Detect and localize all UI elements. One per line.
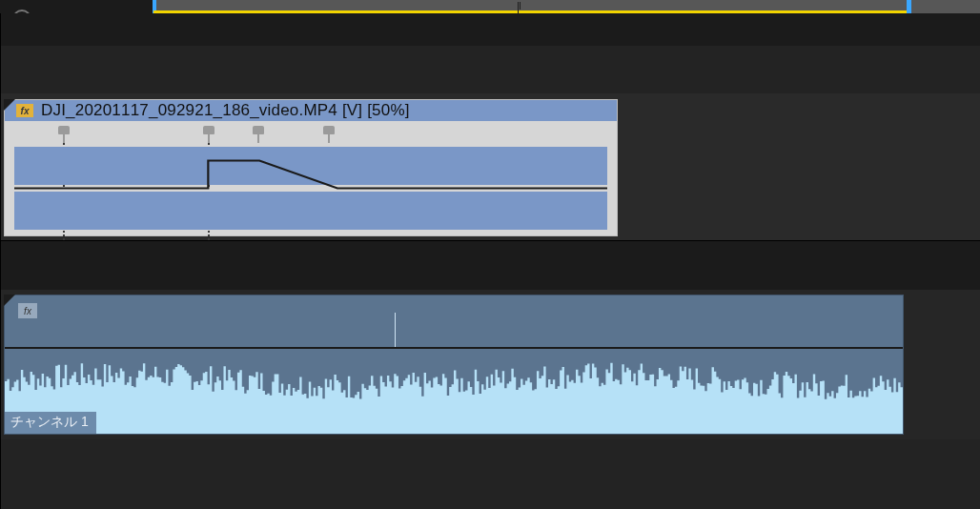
video-lane-v1[interactable]: fx DJI_20201117_092921_186_video.MP4 [V]… — [0, 93, 980, 240]
video-lane-v2[interactable] — [0, 46, 980, 93]
channel-label: チャンネル 1 — [5, 412, 96, 434]
audio-peak — [395, 313, 396, 347]
timeline-divider[interactable] — [0, 240, 980, 290]
keyframe-handle[interactable] — [323, 126, 335, 143]
audio-waveform — [5, 349, 903, 434]
keyframe-handle[interactable] — [58, 126, 70, 143]
audio-lane-a1[interactable]: fx チャンネル 1 — [0, 290, 980, 439]
audio-lane-a2[interactable] — [0, 439, 980, 487]
timeline-ruler[interactable] — [153, 0, 980, 13]
fx-badge-icon[interactable]: fx — [18, 303, 37, 318]
audio-clip[interactable]: fx チャンネル 1 — [4, 295, 904, 435]
audio-lane-a3[interactable] — [0, 487, 980, 509]
keyframe-handle[interactable] — [203, 126, 214, 143]
keyframe-curve[interactable] — [14, 147, 607, 230]
fx-badge-icon[interactable]: fx — [16, 104, 33, 117]
timeline-gap — [0, 13, 980, 46]
keyframe-handle[interactable] — [253, 126, 264, 143]
clip-title: DJI_20201117_092921_186_video.MP4 [V] [5… — [41, 101, 410, 120]
clip-titlebar: fx DJI_20201117_092921_186_video.MP4 [V]… — [5, 100, 617, 121]
ruler-grip-icon[interactable] — [518, 2, 522, 10]
out-point-handle[interactable] — [907, 0, 911, 13]
clip-corner-icon — [4, 295, 15, 306]
video-clip[interactable]: fx DJI_20201117_092921_186_video.MP4 [V]… — [4, 99, 618, 236]
clip-corner-icon — [4, 99, 15, 111]
